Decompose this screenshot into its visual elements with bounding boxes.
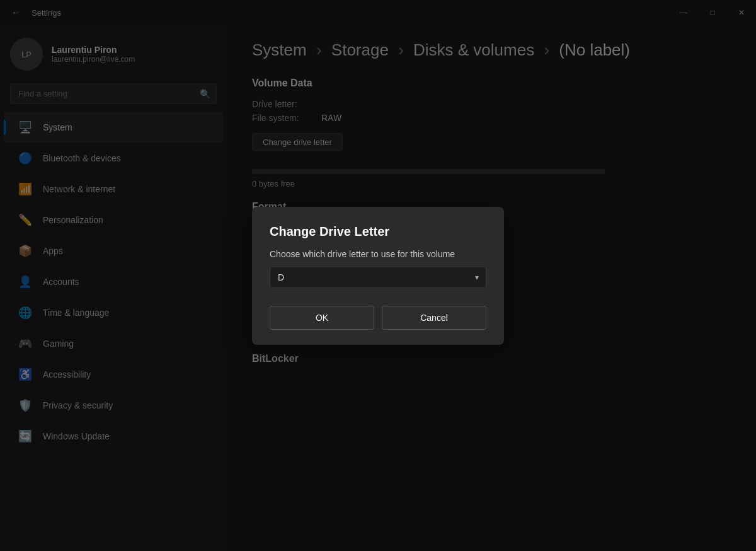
dialog-overlay: Change Drive Letter Choose which drive l…	[0, 0, 756, 551]
dialog-label: Choose which drive letter to use for thi…	[270, 249, 486, 259]
cancel-button[interactable]: Cancel	[382, 306, 486, 330]
dialog-actions: OK Cancel	[270, 306, 486, 330]
dialog-title: Change Drive Letter	[270, 224, 486, 239]
ok-button[interactable]: OK	[270, 306, 374, 330]
change-drive-letter-dialog: Change Drive Letter Choose which drive l…	[252, 207, 504, 345]
drive-letter-select[interactable]: ABCDEFGHIJKLMNOPQRSTUVWXYZ	[270, 267, 486, 288]
drive-letter-select-wrapper: ABCDEFGHIJKLMNOPQRSTUVWXYZ ▾	[270, 267, 486, 288]
app-container: LP Laurentiu Piron laurentiu.piron@live.…	[0, 25, 756, 551]
